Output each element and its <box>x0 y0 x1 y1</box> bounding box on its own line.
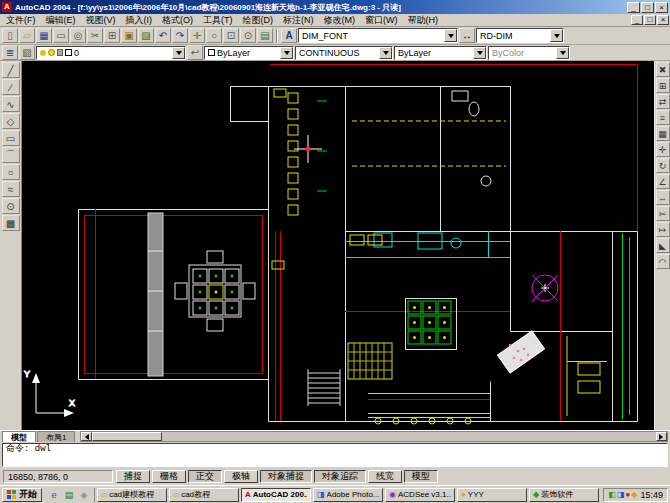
dim-style-combo[interactable]: RD-DIM <box>476 28 564 43</box>
menu-insert[interactable]: 插入(I) <box>121 14 158 27</box>
match-properties-icon[interactable]: ▨ <box>138 28 154 43</box>
modify-stretch-button[interactable]: ↔ <box>656 190 670 205</box>
dropdown-arrow-icon[interactable] <box>172 47 185 59</box>
scrollbar-thumb[interactable] <box>92 432 162 441</box>
open-icon[interactable]: ▱ <box>19 28 35 43</box>
menu-view[interactable]: 视图(V) <box>81 14 121 27</box>
draw-ellipse-button[interactable]: ⊙ <box>2 198 20 214</box>
copy-icon[interactable]: ⊞ <box>104 28 120 43</box>
quicklaunch-app-icon[interactable]: ◈ <box>77 488 91 502</box>
layer-combo[interactable]: 0 <box>36 46 186 60</box>
modify-array-button[interactable]: ▦ <box>656 126 670 141</box>
modify-trim-button[interactable]: ✂ <box>656 206 670 221</box>
otrack-toggle[interactable]: 对象追踪 <box>314 470 366 483</box>
layer-previous-icon[interactable]: ↩ <box>187 45 203 60</box>
draw-arc-button[interactable]: ⌒ <box>2 147 20 163</box>
redo-icon[interactable]: ↷ <box>172 28 188 43</box>
start-button[interactable]: 开始 <box>2 488 42 502</box>
modify-fillet-button[interactable]: ◠ <box>656 254 670 269</box>
zoom-previous-icon[interactable]: ⊙ <box>240 28 256 43</box>
pan-icon[interactable]: ✛ <box>189 28 205 43</box>
lineweight-combo[interactable]: ByLayer <box>394 46 487 60</box>
draw-rectangle-button[interactable]: ▭ <box>2 130 20 146</box>
modify-scale-button[interactable]: ∠ <box>656 174 670 189</box>
drawing-canvas[interactable]: Y X <box>22 61 654 430</box>
draw-hatch-button[interactable]: ▩ <box>2 215 20 231</box>
dropdown-arrow-icon[interactable] <box>444 29 457 42</box>
menu-help[interactable]: 帮助(H) <box>403 14 444 27</box>
draw-polygon-button[interactable]: ◇ <box>2 113 20 129</box>
menu-modify[interactable]: 修改(M) <box>319 14 361 27</box>
dim-style-icon[interactable]: ↔ <box>459 28 475 43</box>
polar-toggle[interactable]: 极轴 <box>224 470 258 483</box>
modify-extend-button[interactable]: ↦ <box>656 222 670 237</box>
dropdown-arrow-icon[interactable] <box>379 47 392 59</box>
doc-restore-button[interactable]: □ <box>644 15 656 25</box>
text-style-icon[interactable]: A <box>281 28 297 43</box>
plot-preview-icon[interactable]: ◎ <box>70 28 86 43</box>
task-yyy[interactable]: ● YYY <box>457 488 527 502</box>
modify-chamfer-button[interactable]: ◣ <box>656 238 670 253</box>
paste-icon[interactable]: ▣ <box>121 28 137 43</box>
layer-manager-icon[interactable]: ▧ <box>19 45 35 60</box>
menu-dimension[interactable]: 标注(N) <box>278 14 319 27</box>
dropdown-arrow-icon[interactable] <box>280 47 293 59</box>
text-style-combo[interactable]: DIM_FONT <box>298 28 458 43</box>
modify-copy-button[interactable]: ⊞ <box>656 78 670 93</box>
modify-offset-button[interactable]: ≡ <box>656 110 670 125</box>
tray-icon-3[interactable]: ● <box>625 490 630 499</box>
draw-circle-button[interactable]: ○ <box>2 164 20 180</box>
menu-window[interactable]: 窗口(W) <box>360 14 403 27</box>
modify-mirror-button[interactable]: ⇄ <box>656 94 670 109</box>
layers-icon[interactable]: ≣ <box>2 45 18 60</box>
menu-draw[interactable]: 绘图(D) <box>238 14 279 27</box>
modify-move-button[interactable]: ✛ <box>656 142 670 157</box>
close-button[interactable]: × <box>655 2 668 13</box>
osnap-toggle[interactable]: 对象捕捉 <box>260 470 312 483</box>
lwt-toggle[interactable]: 线宽 <box>368 470 402 483</box>
dropdown-arrow-icon[interactable] <box>473 47 486 59</box>
menu-file[interactable]: 文件(F) <box>1 14 41 27</box>
modify-erase-button[interactable]: ✖ <box>656 62 670 77</box>
doc-close-button[interactable]: × <box>657 15 669 25</box>
properties-icon[interactable]: ▤ <box>257 28 273 43</box>
color-combo[interactable]: ByLayer <box>204 46 294 60</box>
task-cad-tutorial[interactable]: ▱ cad教程 <box>169 488 239 502</box>
zoom-realtime-icon[interactable]: ○ <box>206 28 222 43</box>
menu-tools[interactable]: 工具(T) <box>198 14 238 27</box>
undo-icon[interactable]: ↶ <box>155 28 171 43</box>
scroll-left-icon[interactable] <box>81 432 92 441</box>
minimize-button[interactable]: _ <box>627 2 640 13</box>
restore-button[interactable]: □ <box>641 2 654 13</box>
draw-polyline-button[interactable]: ∿ <box>2 96 20 112</box>
menu-edit[interactable]: 编辑(E) <box>41 14 81 27</box>
snap-toggle[interactable]: 捕捉 <box>116 470 150 483</box>
quicklaunch-desktop-icon[interactable]: ▤ <box>62 488 76 502</box>
horizontal-scrollbar[interactable] <box>80 431 668 442</box>
menu-format[interactable]: 格式(O) <box>157 14 198 27</box>
draw-line-button[interactable]: ╱ <box>2 62 20 78</box>
modify-rotate-button[interactable]: ↻ <box>656 158 670 173</box>
doc-minimize-button[interactable]: _ <box>631 15 643 25</box>
tray-icon-2[interactable]: ◨ <box>617 490 625 499</box>
model-toggle[interactable]: 模型 <box>404 470 438 483</box>
task-autocad[interactable]: A AutoCAD 200... <box>241 488 311 502</box>
tab-model[interactable]: 模型 <box>2 431 36 442</box>
ortho-toggle[interactable]: 正交 <box>188 470 222 483</box>
scroll-right-icon[interactable] <box>656 432 667 441</box>
draw-construction-line-button[interactable]: ∕ <box>2 79 20 95</box>
linetype-combo[interactable]: CONTINUOUS <box>295 46 393 60</box>
cut-icon[interactable]: ✂ <box>87 28 103 43</box>
task-adobe-photoshop[interactable]: ◨ Adobe Photo... <box>313 488 383 502</box>
grid-toggle[interactable]: 栅格 <box>152 470 186 483</box>
save-icon[interactable]: ▦ <box>36 28 52 43</box>
task-cad-modeling-tutorial[interactable]: ▱ cad建模教程 <box>97 488 167 502</box>
quicklaunch-browser-icon[interactable]: e <box>47 488 61 502</box>
new-icon[interactable]: ▯ <box>2 28 18 43</box>
zoom-window-icon[interactable]: ⊡ <box>223 28 239 43</box>
task-acdsee[interactable]: ◉ ACDSee v3.1... <box>385 488 455 502</box>
tab-layout1[interactable]: 布局1 <box>37 431 75 442</box>
plot-icon[interactable]: ▭ <box>53 28 69 43</box>
task-decor-software[interactable]: ◆ 装饰软件 <box>529 488 599 502</box>
draw-spline-button[interactable]: ≈ <box>2 181 20 197</box>
